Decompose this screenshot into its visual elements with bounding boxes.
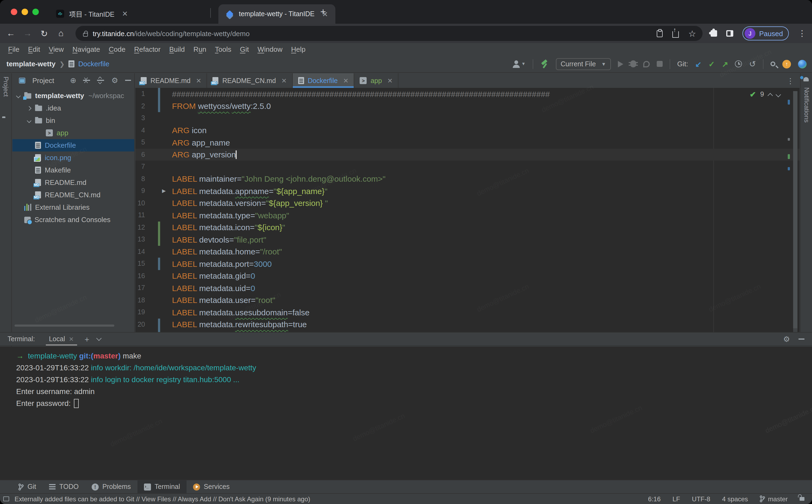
close-window-button[interactable]: [11, 9, 17, 15]
next-problem-icon[interactable]: [776, 92, 781, 97]
tree-item-readme-cn-md[interactable]: README_CN.md: [12, 189, 134, 201]
code-line-8[interactable]: 8LABEL maintainer="John Deng <john.deng@…: [135, 173, 800, 185]
caret-position-widget[interactable]: 6:16: [648, 495, 661, 503]
code-line-19[interactable]: 19LABEL metadata.usesubdomain=false: [135, 306, 800, 318]
menu-item-build[interactable]: Build: [166, 45, 189, 53]
side-panel-icon[interactable]: [726, 30, 733, 37]
menu-item-refactor[interactable]: Refactor: [130, 45, 164, 53]
git-commit-icon[interactable]: ✓: [708, 60, 715, 68]
tool-window-button-problems[interactable]: !Problems: [85, 480, 137, 493]
browser-tab-template-wetty[interactable]: template-wetty - TitanIDE ✕: [218, 4, 335, 24]
code-line-3[interactable]: 3: [135, 112, 800, 124]
editor-tab-readme-cn-md[interactable]: README_CN.md✕: [207, 73, 293, 88]
menu-item-tools[interactable]: Tools: [211, 45, 235, 53]
build-hammer-icon[interactable]: [540, 60, 549, 68]
upgrade-icon[interactable]: ↑: [782, 60, 791, 68]
history-icon[interactable]: [735, 60, 742, 67]
share-icon[interactable]: [672, 31, 679, 38]
breadcrumb-file[interactable]: Dockerfile: [78, 60, 109, 68]
new-terminal-session-icon[interactable]: +: [85, 334, 90, 344]
tree-item-template-wetty[interactable]: template-wetty~/workspac: [12, 89, 134, 102]
locate-file-icon[interactable]: ⊕: [70, 76, 76, 85]
stripe-mark-added[interactable]: [788, 154, 790, 159]
menu-item-code[interactable]: Code: [105, 45, 129, 53]
menu-item-help[interactable]: Help: [287, 45, 309, 53]
menu-item-edit[interactable]: Edit: [24, 45, 44, 53]
tool-window-button-terminal[interactable]: ›_Terminal: [137, 480, 187, 493]
editor-scrollbar[interactable]: [793, 91, 797, 332]
stripe-mark-modified[interactable]: [788, 100, 790, 105]
tree-item-makefile[interactable]: Makefile: [12, 164, 134, 176]
code-line-14[interactable]: 14LABEL metadata.home="/root": [135, 246, 800, 258]
code-line-11[interactable]: 11LABEL metadata.type="webapp": [135, 209, 800, 221]
code-line-4[interactable]: 4ARG icon: [135, 124, 800, 136]
tool-window-button-todo[interactable]: TODO: [43, 480, 85, 493]
coverage-icon[interactable]: [643, 61, 650, 67]
code-line-10[interactable]: 10LABEL metadata.version="${app_version}…: [135, 197, 800, 209]
close-terminal-tab-icon[interactable]: ✕: [69, 336, 74, 343]
unlock-icon[interactable]: [800, 497, 804, 501]
terminal-settings-gear-icon[interactable]: ⚙: [783, 335, 790, 343]
stripe-mark-modified[interactable]: [788, 167, 790, 170]
back-icon[interactable]: ←: [5, 29, 17, 38]
browser-menu-icon[interactable]: ⋮: [798, 29, 806, 38]
debug-icon[interactable]: [630, 60, 636, 67]
tool-window-button-services[interactable]: Services: [187, 480, 236, 493]
code-line-17[interactable]: 17LABEL metadata.uid=0: [135, 282, 800, 294]
terminal-dropdown-icon[interactable]: [96, 336, 101, 341]
git-push-icon[interactable]: ↗: [722, 60, 728, 68]
menu-item-window[interactable]: Window: [254, 45, 286, 53]
code-line-12[interactable]: 12LABEL metadata.icon="${icon}": [135, 221, 800, 233]
minimize-window-button[interactable]: [22, 9, 28, 15]
code-line-16[interactable]: 16LABEL metadata.gid=0: [135, 270, 800, 282]
menu-item-file[interactable]: File: [4, 45, 23, 53]
code-line-9[interactable]: 9▶LABEL metadata.appname="${app_name}": [135, 185, 800, 197]
menu-item-git[interactable]: Git: [236, 45, 253, 53]
code-line-1[interactable]: 1#######################################…: [135, 88, 800, 100]
new-tab-button[interactable]: +: [320, 7, 326, 17]
code-line-5[interactable]: 5ARG app_name: [135, 136, 800, 149]
tree-item-readme-md[interactable]: README.md: [12, 176, 134, 189]
indent-widget[interactable]: 4 spaces: [722, 495, 748, 503]
rollback-icon[interactable]: ↺: [749, 60, 756, 67]
chevron-down-icon[interactable]: [16, 94, 21, 98]
clipboard-icon[interactable]: [656, 30, 662, 37]
code-with-me-button[interactable]: ▼: [513, 60, 526, 68]
menu-item-run[interactable]: Run: [190, 45, 210, 53]
code-line-6[interactable]: 6ARG app_version: [135, 149, 800, 161]
stripe-mark-warning[interactable]: [788, 138, 790, 141]
bookmark-star-icon[interactable]: ☆: [688, 28, 696, 39]
tree-item-bin[interactable]: bin: [12, 114, 134, 127]
tool-window-button-git[interactable]: Git: [12, 480, 43, 493]
editor-body[interactable]: 1#######################################…: [135, 88, 800, 332]
collapse-all-icon[interactable]: [97, 77, 104, 84]
tree-item-external-libraries[interactable]: External Libraries: [12, 201, 134, 213]
stop-icon[interactable]: [657, 61, 663, 67]
home-icon[interactable]: ⌂: [55, 29, 67, 38]
tree-item-icon-png[interactable]: icon.png: [12, 151, 134, 164]
tree-item--idea[interactable]: .idea: [12, 102, 134, 114]
chevron-down-icon[interactable]: [27, 118, 32, 123]
url-text[interactable]: try.titanide.cn/ide/web/coding/template-…: [93, 29, 250, 37]
code-line-15[interactable]: 15LABEL metadata.port=3000: [135, 258, 800, 270]
fullscreen-window-button[interactable]: [32, 9, 39, 15]
code-line-2[interactable]: 2FROM wettyoss/wetty:2.5.0: [135, 100, 800, 112]
reload-icon[interactable]: ↻: [38, 28, 50, 39]
horizontal-scrollbar[interactable]: [15, 325, 114, 327]
project-settings-gear-icon[interactable]: ⚙: [111, 76, 118, 85]
search-everywhere-icon[interactable]: [770, 61, 775, 66]
menu-item-navigate[interactable]: Navigate: [69, 45, 104, 53]
editor-tab-readme-md[interactable]: README.md✕: [135, 73, 207, 88]
code-line-18[interactable]: 18LABEL metadata.user="root": [135, 294, 800, 306]
fold-arrow-icon[interactable]: ▶: [160, 188, 168, 194]
code-line-13[interactable]: 13LABEL devtools="file,port": [135, 233, 800, 246]
stripe-project-button[interactable]: Project: [2, 77, 10, 97]
code-lines[interactable]: 1#######################################…: [135, 88, 800, 332]
code-line-20[interactable]: 20LABEL metadata.rewritesubpath=true: [135, 318, 800, 330]
hide-panel-icon[interactable]: [125, 80, 131, 81]
ide-assistant-icon[interactable]: [798, 60, 807, 68]
expand-all-icon[interactable]: [83, 77, 90, 84]
git-update-icon[interactable]: ↙: [695, 60, 701, 68]
code-line-7[interactable]: 7: [135, 161, 800, 173]
close-editor-tab-icon[interactable]: ✕: [281, 77, 287, 84]
